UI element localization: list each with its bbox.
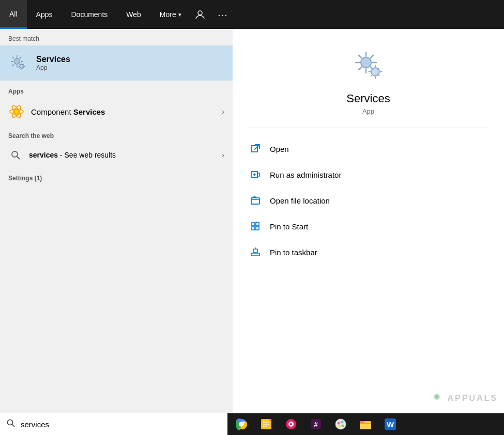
detail-services-icon: [348, 44, 389, 86]
nav-tab-documents[interactable]: Documents: [62, 0, 117, 29]
open-label: Open: [270, 145, 289, 153]
svg-point-0: [198, 11, 202, 15]
more-options-btn[interactable]: ···: [213, 5, 232, 24]
user-icon-btn[interactable]: [191, 5, 209, 24]
search-panel: All Apps Documents Web More ▾ ···: [0, 0, 233, 413]
component-services-arrow: ›: [222, 107, 224, 116]
nav-right-actions: ···: [191, 5, 236, 24]
pin-to-start-icon: [248, 219, 263, 234]
svg-point-9: [361, 57, 371, 68]
svg-point-41: [338, 425, 341, 428]
svg-point-38: [338, 422, 340, 425]
svg-text:#: #: [314, 421, 318, 428]
taskbar-search-icon: [6, 418, 16, 430]
pin-to-taskbar-action[interactable]: Pin to taskbar: [248, 244, 488, 260]
svg-rect-21: [253, 249, 257, 253]
web-search-item[interactable]: services - See web results ›: [0, 143, 233, 167]
best-match-title: Services: [36, 55, 70, 64]
svg-point-34: [290, 423, 292, 425]
run-as-admin-icon: [248, 167, 263, 182]
search-results-content: Best match Services App: [0, 29, 233, 413]
svg-rect-15: [252, 223, 255, 226]
svg-rect-14: [251, 198, 259, 204]
nav-bar: All Apps Documents Web More ▾ ···: [0, 0, 233, 29]
taskbar-search-input[interactable]: [21, 420, 221, 429]
detail-app-name: Services: [346, 92, 390, 105]
word-taskbar-icon[interactable]: W: [378, 413, 402, 435]
cortana-taskbar-icon[interactable]: [279, 413, 303, 435]
component-services-icon: [8, 103, 25, 120]
component-services-item[interactable]: Component Services ›: [0, 98, 233, 125]
pin-to-taskbar-label: Pin to taskbar: [270, 248, 317, 257]
svg-rect-18: [256, 227, 259, 230]
nav-tab-web-label: Web: [126, 10, 141, 19]
open-action[interactable]: Open: [248, 141, 488, 157]
svg-rect-20: [251, 253, 259, 256]
sticky-notes-taskbar-icon[interactable]: [254, 413, 278, 435]
svg-rect-17: [252, 227, 255, 230]
web-section-label: Search the web: [0, 125, 233, 143]
run-as-admin-action[interactable]: Run as administrator: [248, 166, 488, 183]
nav-tab-more-label: More: [160, 10, 176, 19]
svg-text:W: W: [387, 420, 394, 429]
svg-rect-11: [251, 146, 257, 152]
detail-content: Services App Open: [233, 29, 504, 413]
component-services-label: Component Services: [31, 107, 222, 116]
best-match-label: Best match: [0, 29, 233, 45]
nav-tab-web[interactable]: Web: [117, 0, 150, 29]
file-explorer-taskbar-icon[interactable]: [354, 413, 377, 435]
watermark: APPUALS: [423, 386, 504, 410]
nav-tab-more[interactable]: More ▾: [150, 0, 191, 29]
detail-panel: Services App Open: [233, 0, 504, 413]
search-web-icon: [8, 148, 23, 162]
svg-rect-44: [360, 421, 364, 423]
taskbar: # W: [0, 413, 504, 435]
services-app-icon: [8, 53, 29, 73]
detail-nav-spacer: [233, 0, 504, 29]
open-file-location-label: Open file location: [270, 196, 330, 205]
svg-point-1: [14, 58, 20, 64]
open-icon: [248, 142, 263, 156]
svg-point-39: [341, 421, 344, 424]
web-search-text: services - See web results: [29, 151, 222, 159]
best-match-subtitle: App: [36, 64, 70, 71]
svg-line-24: [12, 424, 14, 426]
svg-point-37: [335, 419, 346, 429]
taskbar-search-box[interactable]: [0, 413, 227, 435]
best-match-text: Services App: [36, 55, 70, 71]
detail-actions: Open Run as administrator: [248, 141, 488, 260]
nav-tab-apps[interactable]: Apps: [27, 0, 62, 29]
nav-tab-all-label: All: [9, 10, 18, 18]
svg-line-8: [17, 157, 20, 159]
nav-tab-all[interactable]: All: [0, 0, 27, 29]
detail-app-header: Services App: [248, 44, 488, 128]
open-file-location-icon: [248, 193, 263, 208]
best-match-item[interactable]: Services App: [0, 45, 233, 81]
taskbar-apps: # W: [227, 413, 404, 435]
svg-point-26: [239, 422, 243, 426]
pin-to-start-action[interactable]: Pin to Start: [248, 218, 488, 235]
paint-taskbar-icon[interactable]: [329, 413, 353, 435]
slack-taskbar-icon[interactable]: #: [304, 413, 328, 435]
svg-point-48: [435, 395, 438, 398]
open-file-location-action[interactable]: Open file location: [248, 192, 488, 209]
settings-section-label: Settings (1): [0, 167, 233, 185]
web-search-arrow: ›: [222, 151, 224, 159]
pin-to-taskbar-icon: [248, 245, 263, 259]
ellipsis-icon: ···: [218, 9, 228, 21]
watermark-text: APPUALS: [448, 394, 498, 403]
more-arrow-icon: ▾: [178, 11, 181, 18]
run-as-admin-label: Run as administrator: [270, 170, 341, 179]
svg-point-40: [342, 425, 344, 427]
pin-to-start-label: Pin to Start: [270, 222, 308, 231]
nav-tab-documents-label: Documents: [71, 10, 108, 19]
chrome-taskbar-icon[interactable]: [230, 413, 253, 435]
nav-tab-apps-label: Apps: [36, 10, 53, 19]
apps-section-label: Apps: [0, 81, 233, 98]
detail-app-type: App: [362, 107, 374, 115]
